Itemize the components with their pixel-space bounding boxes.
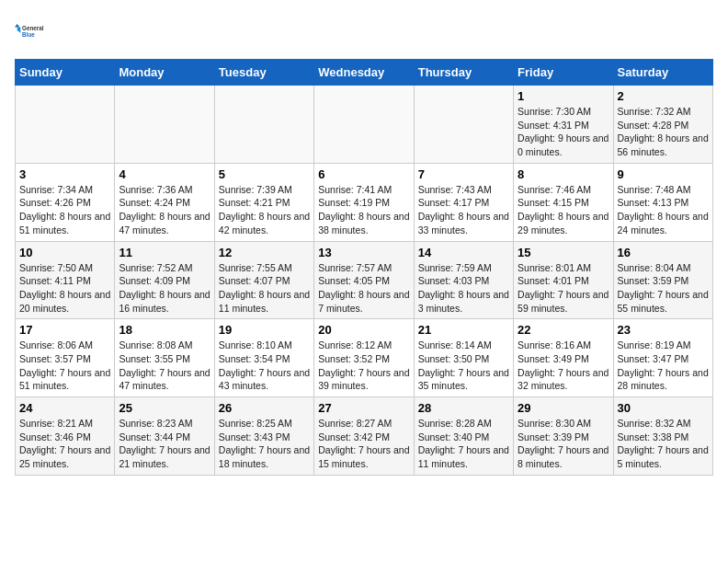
day-number: 6: [318, 167, 409, 181]
day-number: 28: [418, 401, 509, 415]
weekday-header-row: SundayMondayTuesdayWednesdayThursdayFrid…: [16, 60, 713, 86]
day-number: 24: [19, 401, 110, 415]
logo-icon: GeneralBlue: [15, 15, 48, 48]
calendar-cell: [214, 86, 313, 164]
day-info: Sunrise: 8:06 AMSunset: 3:57 PMDaylight:…: [19, 339, 110, 393]
calendar-cell: 22Sunrise: 8:16 AMSunset: 3:49 PMDayligh…: [514, 319, 613, 397]
calendar-row-2: 10Sunrise: 7:50 AMSunset: 4:11 PMDayligh…: [16, 241, 713, 319]
calendar-cell: 25Sunrise: 8:23 AMSunset: 3:44 PMDayligh…: [115, 397, 214, 476]
calendar-cell: 20Sunrise: 8:12 AMSunset: 3:52 PMDayligh…: [314, 319, 414, 397]
day-info: Sunrise: 7:34 AMSunset: 4:26 PMDaylight:…: [19, 183, 110, 237]
day-number: 5: [219, 167, 310, 181]
calendar-cell: [115, 86, 214, 164]
day-info: Sunrise: 7:55 AMSunset: 4:07 PMDaylight:…: [219, 261, 310, 316]
calendar-cell: 24Sunrise: 8:21 AMSunset: 3:46 PMDayligh…: [16, 397, 115, 476]
calendar-cell: [414, 86, 513, 164]
svg-text:General: General: [22, 25, 44, 31]
day-info: Sunrise: 8:04 AMSunset: 3:59 PMDaylight:…: [618, 261, 709, 316]
day-info: Sunrise: 7:48 AMSunset: 4:13 PMDaylight:…: [618, 183, 709, 237]
calendar-cell: 5Sunrise: 7:39 AMSunset: 4:21 PMDaylight…: [214, 163, 313, 241]
calendar-cell: 2Sunrise: 7:32 AMSunset: 4:28 PMDaylight…: [613, 86, 712, 164]
calendar-cell: 23Sunrise: 8:19 AMSunset: 3:47 PMDayligh…: [613, 319, 712, 397]
day-number: 10: [19, 246, 110, 259]
day-info: Sunrise: 7:59 AMSunset: 4:03 PMDaylight:…: [418, 261, 509, 316]
calendar-cell: 7Sunrise: 7:43 AMSunset: 4:17 PMDaylight…: [414, 163, 513, 241]
calendar-cell: [314, 86, 414, 164]
day-number: 14: [418, 246, 509, 259]
day-info: Sunrise: 7:39 AMSunset: 4:21 PMDaylight:…: [219, 183, 310, 237]
day-info: Sunrise: 8:23 AMSunset: 3:44 PMDaylight:…: [119, 417, 210, 471]
svg-text:Blue: Blue: [22, 31, 35, 38]
day-info: Sunrise: 8:28 AMSunset: 3:40 PMDaylight:…: [418, 417, 509, 471]
calendar-cell: 9Sunrise: 7:48 AMSunset: 4:13 PMDaylight…: [613, 163, 712, 241]
day-number: 27: [318, 401, 409, 415]
weekday-header-friday: Friday: [514, 60, 613, 86]
calendar-cell: 26Sunrise: 8:25 AMSunset: 3:43 PMDayligh…: [214, 397, 313, 476]
calendar-row-1: 3Sunrise: 7:34 AMSunset: 4:26 PMDaylight…: [16, 163, 713, 241]
day-info: Sunrise: 8:25 AMSunset: 3:43 PMDaylight:…: [219, 417, 310, 471]
day-info: Sunrise: 8:10 AMSunset: 3:54 PMDaylight:…: [219, 339, 310, 393]
day-info: Sunrise: 8:30 AMSunset: 3:39 PMDaylight:…: [518, 417, 609, 471]
day-number: 15: [518, 246, 609, 259]
calendar-cell: 12Sunrise: 7:55 AMSunset: 4:07 PMDayligh…: [214, 241, 313, 319]
day-number: 8: [518, 167, 609, 181]
day-info: Sunrise: 7:41 AMSunset: 4:19 PMDaylight:…: [318, 183, 409, 237]
calendar-cell: 8Sunrise: 7:46 AMSunset: 4:15 PMDaylight…: [514, 163, 613, 241]
calendar-cell: 17Sunrise: 8:06 AMSunset: 3:57 PMDayligh…: [16, 319, 115, 397]
day-info: Sunrise: 8:27 AMSunset: 3:42 PMDaylight:…: [318, 417, 409, 471]
calendar-cell: 3Sunrise: 7:34 AMSunset: 4:26 PMDaylight…: [16, 163, 115, 241]
day-info: Sunrise: 8:12 AMSunset: 3:52 PMDaylight:…: [318, 339, 409, 393]
day-info: Sunrise: 8:01 AMSunset: 4:01 PMDaylight:…: [518, 261, 609, 316]
day-info: Sunrise: 7:30 AMSunset: 4:31 PMDaylight:…: [518, 105, 609, 159]
day-number: 20: [318, 323, 409, 337]
calendar-cell: 14Sunrise: 7:59 AMSunset: 4:03 PMDayligh…: [414, 241, 513, 319]
calendar-cell: 4Sunrise: 7:36 AMSunset: 4:24 PMDaylight…: [115, 163, 214, 241]
svg-marker-3: [17, 28, 21, 33]
calendar-row-3: 17Sunrise: 8:06 AMSunset: 3:57 PMDayligh…: [16, 319, 713, 397]
day-number: 3: [19, 167, 110, 181]
calendar-row-4: 24Sunrise: 8:21 AMSunset: 3:46 PMDayligh…: [16, 397, 713, 476]
day-info: Sunrise: 8:21 AMSunset: 3:46 PMDaylight:…: [19, 417, 110, 471]
svg-marker-2: [15, 24, 19, 28]
day-number: 26: [219, 401, 310, 415]
day-number: 1: [518, 89, 609, 103]
weekday-header-tuesday: Tuesday: [214, 60, 313, 86]
day-number: 18: [119, 323, 210, 337]
day-info: Sunrise: 8:14 AMSunset: 3:50 PMDaylight:…: [418, 339, 509, 393]
calendar-cell: 11Sunrise: 7:52 AMSunset: 4:09 PMDayligh…: [115, 241, 214, 319]
calendar-cell: 30Sunrise: 8:32 AMSunset: 3:38 PMDayligh…: [613, 397, 712, 476]
day-number: 2: [618, 89, 709, 103]
day-number: 11: [119, 246, 210, 259]
calendar-cell: 1Sunrise: 7:30 AMSunset: 4:31 PMDaylight…: [514, 86, 613, 164]
day-info: Sunrise: 7:32 AMSunset: 4:28 PMDaylight:…: [618, 105, 709, 159]
day-number: 4: [119, 167, 210, 181]
calendar-row-0: 1Sunrise: 7:30 AMSunset: 4:31 PMDaylight…: [16, 86, 713, 164]
day-number: 17: [19, 323, 110, 337]
calendar-cell: 6Sunrise: 7:41 AMSunset: 4:19 PMDaylight…: [314, 163, 414, 241]
calendar-cell: 29Sunrise: 8:30 AMSunset: 3:39 PMDayligh…: [514, 397, 613, 476]
day-info: Sunrise: 7:43 AMSunset: 4:17 PMDaylight:…: [418, 183, 509, 237]
calendar-cell: 21Sunrise: 8:14 AMSunset: 3:50 PMDayligh…: [414, 319, 513, 397]
calendar-cell: 19Sunrise: 8:10 AMSunset: 3:54 PMDayligh…: [214, 319, 313, 397]
day-info: Sunrise: 7:50 AMSunset: 4:11 PMDaylight:…: [19, 261, 110, 316]
day-number: 9: [618, 167, 709, 181]
day-info: Sunrise: 8:16 AMSunset: 3:49 PMDaylight:…: [518, 339, 609, 393]
calendar-cell: 13Sunrise: 7:57 AMSunset: 4:05 PMDayligh…: [314, 241, 414, 319]
calendar-cell: 16Sunrise: 8:04 AMSunset: 3:59 PMDayligh…: [613, 241, 712, 319]
calendar-cell: 18Sunrise: 8:08 AMSunset: 3:55 PMDayligh…: [115, 319, 214, 397]
weekday-header-thursday: Thursday: [414, 60, 513, 86]
calendar-cell: 27Sunrise: 8:27 AMSunset: 3:42 PMDayligh…: [314, 397, 414, 476]
day-number: 7: [418, 167, 509, 181]
day-info: Sunrise: 7:57 AMSunset: 4:05 PMDaylight:…: [318, 261, 409, 316]
day-number: 25: [119, 401, 210, 415]
day-info: Sunrise: 7:36 AMSunset: 4:24 PMDaylight:…: [119, 183, 210, 237]
weekday-header-monday: Monday: [115, 60, 214, 86]
calendar-cell: 10Sunrise: 7:50 AMSunset: 4:11 PMDayligh…: [16, 241, 115, 319]
weekday-header-wednesday: Wednesday: [314, 60, 414, 86]
calendar-cell: 15Sunrise: 8:01 AMSunset: 4:01 PMDayligh…: [514, 241, 613, 319]
calendar-table: SundayMondayTuesdayWednesdayThursdayFrid…: [15, 59, 713, 476]
day-number: 22: [518, 323, 609, 337]
day-number: 23: [618, 323, 709, 337]
day-info: Sunrise: 8:32 AMSunset: 3:38 PMDaylight:…: [618, 417, 709, 471]
header: GeneralBlue: [15, 15, 713, 48]
